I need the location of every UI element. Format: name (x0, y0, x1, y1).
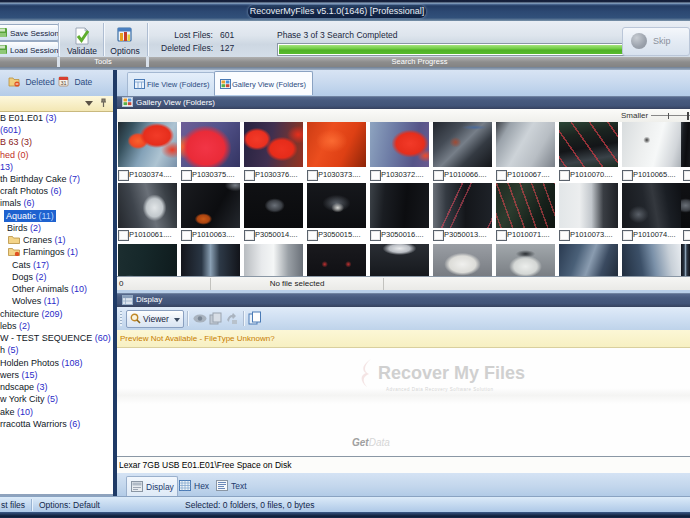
svg-text:31: 31 (60, 80, 66, 86)
